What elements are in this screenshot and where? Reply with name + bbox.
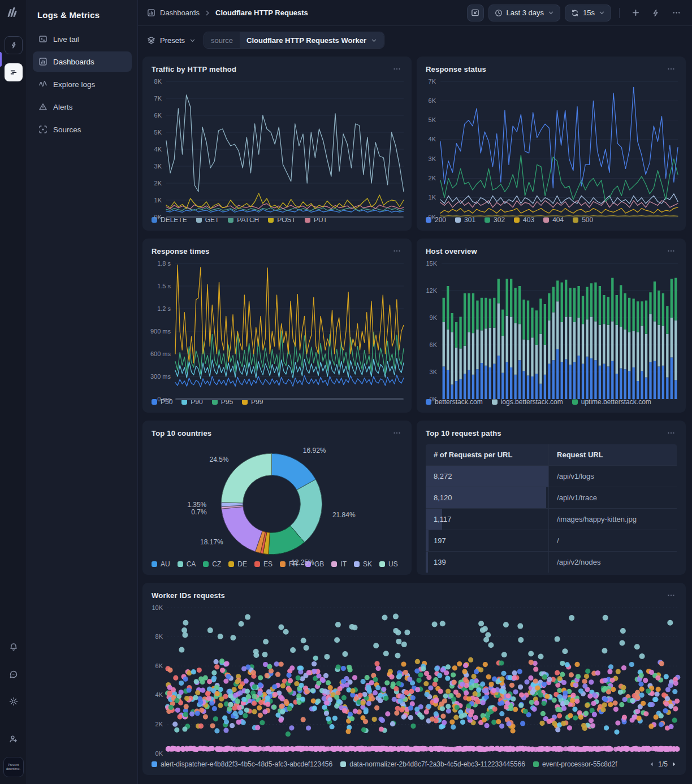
uptime-app-icon[interactable]: [5, 36, 23, 54]
request-url-cell: /api/v2/nodes: [549, 552, 677, 573]
table-row[interactable]: 8,272/api/v1/logs: [426, 466, 677, 487]
worker-ids-legend-items: alert-dispatcher-e4b8d2f3-4b5c-48d5-afc3…: [152, 760, 617, 768]
refresh-icon: [571, 9, 579, 17]
sidebar-item-explore-logs[interactable]: Explore logs: [33, 74, 132, 94]
app: Prevent downtime. Logs & Metrics Live ta…: [0, 0, 692, 784]
panel-menu-button[interactable]: [391, 427, 403, 439]
panel-host-overview: Host overview 0K3K6K9K12K15K betterstack…: [417, 239, 686, 413]
pulse-wave-icon: [38, 80, 47, 89]
quick-actions-bolt-button[interactable]: [648, 5, 664, 21]
panel-menu-button[interactable]: [665, 63, 677, 75]
more-menu-button[interactable]: [668, 5, 684, 21]
panel-menu-button[interactable]: [665, 245, 677, 257]
chevron-down-icon: [548, 10, 554, 16]
svg-text:7K: 7K: [429, 78, 436, 85]
invite-user-icon[interactable]: [5, 730, 23, 748]
svg-text:5K: 5K: [154, 129, 162, 136]
svg-text:2K: 2K: [154, 180, 162, 187]
legend-label: event-processor-55c8d2f: [542, 760, 617, 768]
promo-badge-text: Prevent downtime.: [6, 763, 21, 772]
svg-text:1.8 s: 1.8 s: [157, 260, 171, 267]
svg-text:0K: 0K: [429, 214, 436, 220]
legend-item[interactable]: alert-dispatcher-e4b8d2f3-4b5c-48d5-afc3…: [152, 760, 332, 768]
request-count-cell: 197: [426, 530, 549, 552]
chevron-down-icon: [371, 37, 377, 44]
legend-item[interactable]: event-processor-55c8d2f: [533, 760, 617, 768]
svg-text:12K: 12K: [426, 287, 437, 294]
svg-text:7K: 7K: [154, 95, 162, 102]
breadcrumb-section[interactable]: Dashboards: [160, 8, 200, 17]
tv-mode-button[interactable]: [467, 5, 484, 21]
legend-color-chip: [340, 761, 346, 767]
legend-item[interactable]: data-normalizer-2b4d8c7f-2a3b-4c5d-ebc3-…: [340, 760, 525, 768]
sidebar-item-alerts[interactable]: Alerts: [33, 97, 132, 117]
request-paths-table: # of Requests per URL Request URL 8,272/…: [426, 444, 677, 573]
source-value: Cloudflare HTTP Requests Worker: [246, 36, 366, 45]
column-header-url[interactable]: Request URL: [549, 444, 677, 466]
dashboard-grid: Traffic by HTTP method 0K1K2K3K4K5K6K7K8…: [138, 52, 692, 784]
svg-text:0.7%: 0.7%: [191, 508, 207, 516]
svg-text:1.35%: 1.35%: [187, 501, 206, 509]
svg-text:1.2 s: 1.2 s: [157, 305, 171, 312]
status-chart-canvas[interactable]: 0K1K2K3K4K5K6K7K: [417, 76, 686, 214]
sidebar-item-dashboards[interactable]: Dashboards: [33, 51, 132, 72]
legend-color-chip: [152, 761, 157, 767]
clock-icon: [495, 9, 503, 17]
bar-chart-icon: [38, 57, 47, 66]
sidebar-item-live-tail[interactable]: Live tail: [33, 29, 132, 49]
svg-text:0K: 0K: [430, 396, 438, 402]
panel-menu-button[interactable]: [665, 590, 677, 601]
refresh-interval-button[interactable]: 15s: [565, 5, 611, 21]
chevron-down-icon: [189, 37, 196, 44]
time-range-button[interactable]: Last 3 days: [488, 5, 561, 21]
notifications-bell-icon[interactable]: [5, 638, 23, 656]
panel-title: Response times: [152, 247, 210, 255]
add-panel-button[interactable]: [628, 5, 643, 21]
column-header-count[interactable]: # of Requests per URL: [426, 444, 549, 466]
svg-text:15K: 15K: [426, 260, 437, 267]
response-times-chart-canvas[interactable]: 0 ms300 ms600 ms900 ms1.2 s1.5 s1.8 s: [142, 258, 412, 396]
svg-text:3K: 3K: [154, 163, 162, 170]
svg-text:3K: 3K: [429, 155, 436, 162]
table-header-row: # of Requests per URL Request URL: [426, 444, 677, 466]
panel-menu-button[interactable]: [391, 245, 403, 257]
table-row[interactable]: 139/api/v2/nodes: [426, 552, 677, 573]
countries-donut-canvas[interactable]: 16.92%24.5%1.35%0.7%21.84%18.17%12.25%1.…: [142, 440, 412, 558]
sidebar-title: Logs & Metrics: [33, 8, 132, 29]
feedback-chat-icon[interactable]: [5, 665, 23, 683]
pager-prev-button[interactable]: [649, 761, 655, 767]
panel-menu-button[interactable]: [391, 63, 403, 75]
svg-text:300 ms: 300 ms: [150, 373, 171, 380]
panel-title: Traffic by HTTP method: [152, 65, 236, 73]
chevron-down-icon: [599, 10, 605, 16]
main-area: Dashboards Cloudflare HTTP Requests Last…: [138, 0, 692, 784]
presets-dropdown[interactable]: Presets: [147, 36, 196, 45]
traffic-chart-canvas[interactable]: 0K1K2K3K4K5K6K7K8K: [142, 76, 412, 214]
table-row[interactable]: 8,120/api/v1/trace: [426, 487, 677, 509]
sidebar-item-sources[interactable]: Sources: [33, 119, 132, 140]
panel-title: Worker IDs requests: [152, 591, 225, 600]
worker-ids-chart-canvas[interactable]: 0K2K4K6K8K10K: [142, 602, 686, 758]
active-rail-indicator: [0, 52, 2, 67]
svg-text:5K: 5K: [429, 116, 436, 123]
svg-text:8K: 8K: [155, 633, 163, 640]
promo-badge[interactable]: Prevent downtime.: [3, 757, 24, 777]
source-selector[interactable]: source Cloudflare HTTP Requests Worker: [204, 32, 384, 49]
svg-text:18.17%: 18.17%: [200, 538, 223, 546]
table-row[interactable]: 1,117/images/happy-kitten.jpg: [426, 509, 677, 530]
svg-text:600 ms: 600 ms: [150, 350, 171, 357]
logs-app-icon[interactable]: [5, 63, 23, 81]
filter-bar: Presets source Cloudflare HTTP Requests …: [138, 26, 692, 52]
svg-text:2K: 2K: [155, 721, 163, 727]
theme-sun-icon[interactable]: [5, 692, 23, 711]
chart-svg: 0K2K4K6K8K10K: [142, 602, 686, 758]
host-overview-chart-canvas[interactable]: 0K3K6K9K12K15K: [417, 258, 686, 396]
pager-next-button[interactable]: [671, 761, 677, 767]
request-paths-table-wrap: # of Requests per URL Request URL 8,272/…: [426, 444, 677, 575]
chart-svg: 0K3K6K9K12K15K: [417, 258, 686, 404]
sidebar-item-label: Explore logs: [53, 80, 95, 89]
request-count-cell: 8,120: [426, 487, 549, 509]
table-row[interactable]: 197/: [426, 530, 677, 552]
svg-text:4K: 4K: [429, 136, 436, 142]
panel-menu-button[interactable]: [665, 427, 677, 439]
